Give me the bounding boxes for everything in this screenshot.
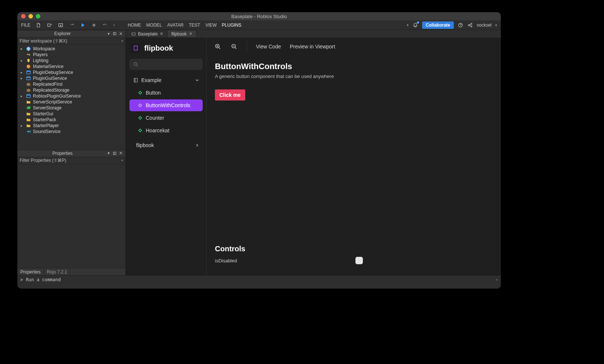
tree-expand-icon[interactable]: ▸: [20, 94, 23, 98]
new-file-icon[interactable]: [36, 22, 41, 28]
explorer-item[interactable]: ReplicatedFirst: [17, 81, 125, 87]
explorer-item[interactable]: Players: [17, 52, 125, 58]
control-row: isDisabled: [215, 257, 493, 264]
maximize-window-button[interactable]: [36, 14, 40, 18]
ribbon-collapse-caret[interactable]: ▾: [407, 23, 409, 27]
tree-expand-icon[interactable]: ▸: [20, 47, 23, 51]
document-tabs: Baseplate ✕ flipbook ✕: [126, 30, 501, 38]
service-icon: [26, 52, 31, 57]
close-window-button[interactable]: [21, 14, 26, 18]
service-icon: [26, 88, 31, 93]
doc-tab-close-icon[interactable]: ✕: [160, 31, 163, 36]
story-item-label: ButtonWithControls: [146, 102, 190, 108]
flipbook-logo-icon: [131, 43, 141, 53]
story-item[interactable]: Counter: [129, 112, 203, 124]
doc-tab-flipbook[interactable]: flipbook ✕: [167, 30, 196, 38]
command-history-caret[interactable]: ▾: [496, 278, 498, 282]
preview-viewport-link[interactable]: Preview in Viewport: [290, 44, 335, 50]
explorer-item[interactable]: ServerScriptService: [17, 99, 125, 105]
user-menu-caret[interactable]: ▾: [495, 23, 497, 27]
stop-icon[interactable]: [91, 22, 97, 28]
explorer-item[interactable]: StarterPack: [17, 117, 125, 123]
ribbon-tab-view[interactable]: VIEW: [205, 23, 217, 28]
svg-point-21: [134, 62, 137, 65]
tree-expand-icon[interactable]: ▸: [20, 76, 23, 80]
story-item[interactable]: Hoarcekat: [129, 125, 203, 136]
svg-rect-20: [132, 33, 135, 35]
doc-tab-close-icon[interactable]: ✕: [189, 31, 192, 36]
explorer-popout-icon[interactable]: [112, 31, 117, 36]
svg-point-12: [27, 66, 28, 67]
command-bar[interactable]: > Run a command ▾: [17, 275, 501, 283]
insert-object-icon[interactable]: [47, 22, 53, 28]
tree-expand-icon[interactable]: ▸: [20, 59, 23, 62]
demo-button[interactable]: Click me: [215, 89, 245, 101]
tree-expand-icon[interactable]: ▸: [20, 124, 23, 127]
explorer-close-icon[interactable]: ✕: [118, 31, 123, 36]
zoom-out-icon[interactable]: [230, 43, 238, 50]
svg-rect-16: [27, 77, 30, 78]
story-canvas: ButtonWithControls A generic button comp…: [207, 55, 501, 238]
controls-panel: Controls isDisabled: [207, 238, 501, 275]
ribbon-tab-test[interactable]: TEST: [189, 23, 200, 28]
bottom-tab-rojo[interactable]: Rojo 7.2.1: [44, 268, 71, 275]
explorer-collapse-icon[interactable]: ▾: [106, 31, 111, 36]
service-icon: [26, 58, 31, 63]
collaborate-button[interactable]: Collaborate: [422, 21, 454, 29]
explorer-item-label: StarterPlayer: [33, 123, 59, 128]
zoom-in-icon[interactable]: [214, 43, 222, 50]
explorer-item[interactable]: ▸Lighting: [17, 58, 125, 64]
properties-collapse-icon[interactable]: ▾: [106, 151, 111, 156]
share-icon[interactable]: [467, 22, 473, 28]
properties-body: [17, 164, 125, 268]
flipbook-search[interactable]: [129, 59, 203, 70]
storybook-group-flipbook[interactable]: flipbook: [129, 139, 203, 152]
view-code-link[interactable]: View Code: [256, 44, 281, 50]
search-icon: [133, 62, 138, 67]
control-checkbox[interactable]: [355, 257, 363, 264]
ribbon-tab-plugins[interactable]: PLUGINS: [222, 23, 242, 28]
svg-rect-2: [93, 24, 95, 26]
svg-rect-14: [27, 71, 30, 72]
explorer-item[interactable]: ▸PluginGuiService: [17, 75, 125, 81]
properties-filter[interactable]: Filter Properties (⇧⌘P) ▾: [17, 157, 125, 164]
explorer-item[interactable]: MaterialService: [17, 64, 125, 69]
minimize-window-button[interactable]: [28, 14, 33, 18]
explorer-filter-caret[interactable]: ▾: [121, 39, 123, 43]
ribbon-tab-avatar[interactable]: AVATAR: [167, 23, 183, 28]
undo-icon[interactable]: [102, 22, 108, 28]
explorer-item[interactable]: ▸RobloxPluginGuiService: [17, 93, 125, 99]
ribbon-tab-home[interactable]: HOME: [128, 23, 141, 28]
toolbar: FILE ▾ HOME MODEL AVATAR TEST VIEW PLUGI…: [17, 20, 501, 30]
explorer-item[interactable]: ServerStorage: [17, 105, 125, 111]
explorer-item[interactable]: ▸Workspace: [17, 46, 125, 52]
user-name[interactable]: vocksel: [477, 23, 492, 28]
ribbon-tab-model[interactable]: MODEL: [146, 23, 162, 28]
explorer-item[interactable]: ▸PluginDebugService: [17, 69, 125, 75]
properties-popout-icon[interactable]: [112, 151, 117, 156]
explorer-item[interactable]: ReplicatedStorage: [17, 87, 125, 93]
properties-title: Properties: [20, 151, 105, 156]
doc-tab-baseplate[interactable]: Baseplate ✕: [127, 30, 167, 38]
redo-icon[interactable]: [69, 22, 75, 28]
tree-expand-icon[interactable]: ▸: [20, 71, 23, 74]
story-item[interactable]: Button: [129, 87, 203, 99]
svg-point-4: [468, 24, 469, 25]
help-icon[interactable]: [458, 22, 463, 28]
storybook-group-example[interactable]: Example: [129, 74, 203, 86]
import-icon[interactable]: [58, 22, 64, 28]
play-icon[interactable]: [80, 22, 86, 28]
explorer-item[interactable]: ▸StarterPlayer: [17, 123, 125, 129]
undo-dropdown-caret[interactable]: ▾: [113, 23, 115, 27]
bottom-tab-properties[interactable]: Properties: [17, 268, 44, 275]
notifications-icon[interactable]: [412, 22, 418, 28]
properties-filter-caret[interactable]: ▾: [121, 159, 123, 162]
story-item[interactable]: ButtonWithControls: [129, 99, 203, 111]
explorer-tree[interactable]: ▸WorkspacePlayers▸LightingMaterialServic…: [17, 45, 125, 150]
explorer-filter[interactable]: Filter workspace (⇧⌘X) ▾: [17, 37, 125, 45]
properties-close-icon[interactable]: ✕: [118, 151, 123, 156]
explorer-item[interactable]: SoundService: [17, 129, 125, 135]
explorer-item[interactable]: StarterGui: [17, 111, 125, 117]
file-menu[interactable]: FILE: [21, 23, 30, 28]
doc-tab-label: flipbook: [171, 31, 186, 37]
